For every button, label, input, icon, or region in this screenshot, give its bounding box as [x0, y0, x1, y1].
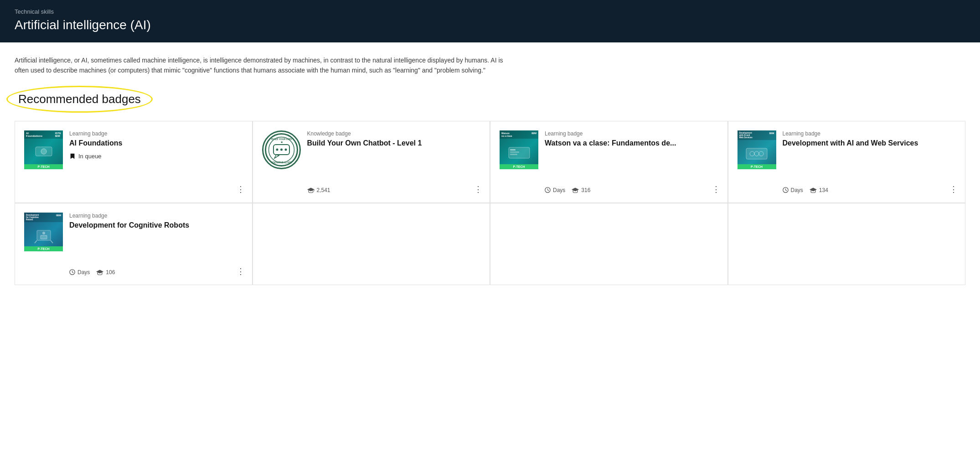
queue-label: In queue: [78, 153, 102, 160]
badge-thumbnail-watson: Watsonva a clase IBM P-TECH: [500, 130, 538, 169]
badge-thumbnail-ai-foundations: AIFoundations ISTEIBM P-TECH: [24, 130, 63, 169]
more-options-button-dev-ai-web[interactable]: ⋮: [948, 183, 959, 195]
badge-info-dev-cog: Learning badge Development for Cognitive…: [69, 213, 243, 276]
enrolled-number-dev-ai-web: 134: [819, 187, 828, 193]
graduation-icon-dev-ai: [810, 187, 817, 193]
enrolled-dev-ai-web: 134: [810, 187, 828, 193]
page-header: Technical skills Artificial intelligence…: [0, 0, 980, 42]
section-heading-wrapper: Recommended badges: [15, 90, 144, 108]
badge-type-dev-ai-web: Learning badge: [783, 130, 956, 137]
badges-grid-row1: AIFoundations ISTEIBM P-TECH Lea: [15, 121, 965, 203]
more-options-button-dev-cog[interactable]: ⋮: [235, 265, 247, 277]
badge-card-dev-cog[interactable]: Developmentfor CognitiveRobots IBM: [15, 203, 253, 285]
badge-meta-dev-cog: Days 106: [69, 269, 243, 276]
graduation-icon: [307, 187, 315, 193]
empty-card-2: [253, 203, 490, 285]
svg-point-7: [284, 148, 287, 151]
badge-type-watson: Learning badge: [545, 130, 718, 137]
svg-text:COGNITIVE CLASS: COGNITIVE CLASS: [271, 161, 292, 164]
badge-info-dev-ai-web: Learning badge Development with AI and W…: [783, 130, 956, 193]
badge-name-chatbot: Build Your Own Chatbot - Level 1: [307, 139, 481, 148]
empty-card-4: [728, 203, 966, 285]
clock-icon-dev-ai: [783, 187, 789, 193]
badge-meta-watson: Days 316: [545, 187, 718, 193]
badge-thumbnail-dev-ai-web: Developmentwith AI andWeb Services IBM: [738, 130, 776, 169]
enrolled-number-chatbot: 2,541: [317, 187, 330, 193]
badge-card-ai-foundations[interactable]: AIFoundations ISTEIBM P-TECH Lea: [15, 121, 253, 203]
badge-card-dev-ai-web[interactable]: Developmentwith AI andWeb Services IBM: [728, 121, 966, 203]
page-description: Artificial intelligence, or AI, sometime…: [15, 55, 516, 76]
badge-type-dev-cog: Learning badge: [69, 213, 243, 219]
bookmark-icon: [69, 153, 76, 159]
svg-rect-29: [41, 235, 47, 239]
badge-info-watson: Learning badge Watson va a clase: Fundam…: [545, 130, 718, 193]
days-label-watson: Days: [553, 187, 565, 193]
svg-point-6: [280, 148, 283, 151]
svg-point-5: [276, 148, 278, 151]
badge-meta-dev-ai-web: Days 134: [783, 187, 956, 193]
badge-info-chatbot: Knowledge badge Build Your Own Chatbot -…: [307, 130, 481, 193]
badge-thumbnail-dev-cog: Developmentfor CognitiveRobots IBM: [24, 213, 63, 251]
enrolled-watson: 316: [572, 187, 590, 193]
graduation-icon-watson: [572, 187, 579, 193]
svg-point-1: [41, 149, 46, 154]
days-label-dev-cog: Days: [77, 269, 90, 276]
recommended-badges-heading: Recommended badges: [15, 90, 144, 108]
badge-name-ai-foundations: AI Foundations: [69, 139, 243, 148]
badge-card-chatbot[interactable]: BUILD YOUR OWN COGNITIVE CLASS ★ Knowled…: [253, 121, 490, 203]
badge-name-dev-cog: Development for Cognitive Robots: [69, 221, 243, 230]
badge-card-watson[interactable]: Watsonva a clase IBM P-TECH: [490, 121, 728, 203]
enrolled-number-watson: 316: [581, 187, 590, 193]
page-title: Artificial intelligence (AI): [15, 18, 965, 32]
svg-text:★: ★: [280, 140, 283, 144]
days-label-dev-ai-web: Days: [791, 187, 803, 193]
more-options-button-watson[interactable]: ⋮: [710, 183, 722, 195]
enrolled-count-chatbot: 2,541: [307, 187, 330, 193]
badge-meta-chatbot: 2,541: [307, 187, 481, 193]
badge-name-dev-ai-web: Development with AI and Web Services: [783, 139, 956, 148]
svg-line-19: [548, 190, 549, 191]
svg-line-30: [35, 240, 37, 243]
enrolled-dev-cog: 106: [96, 269, 115, 276]
svg-rect-14: [510, 149, 516, 151]
clock-icon-dev-cog: [69, 269, 75, 275]
more-options-button-ai-foundations[interactable]: ⋮: [235, 183, 247, 195]
svg-rect-15: [510, 151, 519, 153]
in-queue-status: In queue: [69, 153, 243, 160]
svg-line-26: [785, 190, 786, 191]
more-options-button-chatbot[interactable]: ⋮: [472, 183, 484, 195]
svg-rect-20: [746, 148, 767, 159]
badge-thumbnail-chatbot: BUILD YOUR OWN COGNITIVE CLASS ★: [262, 130, 301, 169]
badges-grid-row2: Developmentfor CognitiveRobots IBM: [15, 203, 965, 285]
content-area: Artificial intelligence, or AI, sometime…: [0, 42, 980, 303]
badge-type-ai-foundations: Learning badge: [69, 130, 243, 137]
svg-rect-16: [510, 154, 517, 155]
enrolled-number-dev-cog: 106: [106, 269, 115, 276]
badge-name-watson: Watson va a clase: Fundamentos de...: [545, 139, 718, 148]
graduation-icon-dev-cog: [96, 270, 103, 275]
badge-type-chatbot: Knowledge badge: [307, 130, 481, 137]
days-watson: Days: [545, 187, 565, 193]
days-dev-ai-web: Days: [783, 187, 803, 193]
svg-line-34: [72, 272, 73, 273]
svg-point-28: [42, 232, 45, 234]
breadcrumb: Technical skills: [15, 8, 965, 15]
empty-card-3: [490, 203, 728, 285]
clock-icon: [545, 187, 551, 193]
svg-line-31: [51, 240, 53, 243]
badge-info-ai-foundations: Learning badge AI Foundations In queue: [69, 130, 243, 193]
days-dev-cog: Days: [69, 269, 90, 276]
